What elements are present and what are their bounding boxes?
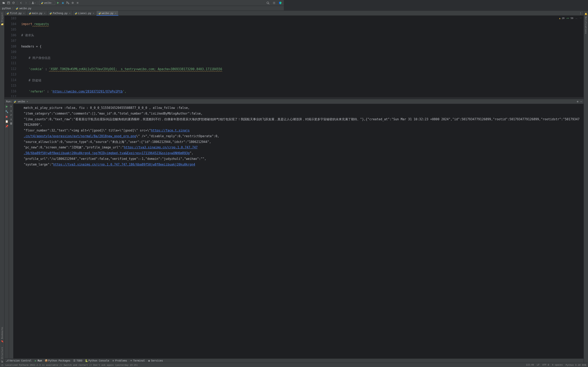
close-icon[interactable]: ✕ <box>93 12 94 14</box>
console-output[interactable]: match_ai_play_picture :false, fiu : 0_0_… <box>13 104 284 177</box>
chevron-right-icon: 〉 <box>12 7 15 10</box>
tab-main[interactable]: main.py✕ <box>27 11 48 16</box>
debug-icon[interactable] <box>61 1 65 5</box>
line-gutter: 1031041051061071081091101111121131141151… <box>4 16 19 97</box>
svg-point-9 <box>274 2 274 3</box>
wrench-icon[interactable]: 🔧 <box>5 110 9 113</box>
scroll-icon[interactable]: ⤓ <box>10 118 12 121</box>
left-tool-bar: 📁 Project 🔖 Bookmarks 🏗 Structure <box>0 11 4 177</box>
tab-lianxi[interactable]: Lianxi.py✕ <box>73 11 96 16</box>
run-config-dropdown[interactable]: weibo ▾ <box>39 1 55 5</box>
close-icon[interactable]: ✕ <box>44 12 45 14</box>
breadcrumb-file[interactable]: weibo.py <box>19 7 31 10</box>
svg-point-2 <box>42 2 42 2</box>
svg-rect-0 <box>8 2 10 4</box>
breadcrumb: python 〉 weibo.py <box>0 6 284 11</box>
open-icon[interactable] <box>2 1 6 5</box>
svg-point-5 <box>68 3 69 4</box>
stop-icon[interactable]: ■ <box>5 115 9 118</box>
close-icon[interactable]: ✕ <box>23 12 25 14</box>
run-sub-toolbar: ↑ ↓ ↩ ⤓ 🗑 <box>9 104 13 177</box>
refresh-icon[interactable] <box>11 1 16 5</box>
run-config-name: weibo <box>18 100 25 103</box>
down-icon[interactable]: ↓ <box>10 109 12 112</box>
run-header: Run: weibo ✕ ⚙ — <box>4 99 284 104</box>
project-tool[interactable]: 📁 Project <box>1 12 3 26</box>
close-icon[interactable]: ✕ <box>69 12 70 14</box>
svg-point-6 <box>72 2 74 4</box>
python-icon <box>41 2 43 4</box>
svg-point-3 <box>42 3 43 4</box>
tab-first[interactable]: first.py✕ <box>4 11 27 16</box>
editor-tabs: first.py✕ main.py✕ PaChong.py✕ Lianxi.py… <box>4 11 284 16</box>
pin-icon[interactable]: 📌 <box>5 124 9 128</box>
up-icon[interactable]: ↑ <box>10 105 12 108</box>
rerun-icon[interactable] <box>5 105 9 108</box>
svg-rect-7 <box>77 2 78 4</box>
save-icon[interactable] <box>7 1 11 5</box>
layout-icon[interactable]: 📋 <box>5 119 9 123</box>
breadcrumb-project[interactable]: python <box>2 7 11 10</box>
run-toolbar: 🔧 ■ 📋 📌 <box>4 104 9 177</box>
run-icon[interactable] <box>56 1 60 5</box>
tab-weibo[interactable]: weibo.py✕ <box>96 11 119 16</box>
profile-icon[interactable] <box>71 1 75 5</box>
back-icon[interactable] <box>19 1 23 5</box>
main-toolbar: ▾ weibo ▾ <box>0 0 284 6</box>
code-editor[interactable]: 1031041051061071081091101111121131141151… <box>4 16 284 97</box>
code-content[interactable]: import requests # 请求头 headers = { # 用户身份… <box>19 16 284 97</box>
settings-icon[interactable] <box>272 1 276 5</box>
python-icon <box>14 100 16 103</box>
run-config-label: weibo <box>44 1 52 4</box>
forward-icon[interactable] <box>24 1 28 5</box>
shield-icon[interactable] <box>278 1 282 5</box>
run-label: Run: <box>6 100 12 103</box>
python-icon <box>16 7 18 9</box>
tab-pachong[interactable]: PaChong.py✕ <box>47 11 72 16</box>
soft-wrap-icon[interactable]: ↩ <box>10 113 12 117</box>
stop-icon[interactable] <box>76 1 80 5</box>
user-icon[interactable]: ▾ <box>31 1 35 5</box>
svg-point-1 <box>32 2 33 3</box>
coverage-icon[interactable] <box>66 1 70 5</box>
trash-icon[interactable]: 🗑 <box>10 122 12 125</box>
svg-point-4 <box>62 2 63 4</box>
close-icon[interactable]: ✕ <box>115 12 116 14</box>
run-tool-window: Run: weibo ✕ ⚙ — 🔧 ■ 📋 📌 ↑ ↓ ↩ ⤓ 🗑 match… <box>4 99 284 177</box>
search-icon[interactable] <box>266 1 270 5</box>
svg-point-8 <box>267 2 268 3</box>
